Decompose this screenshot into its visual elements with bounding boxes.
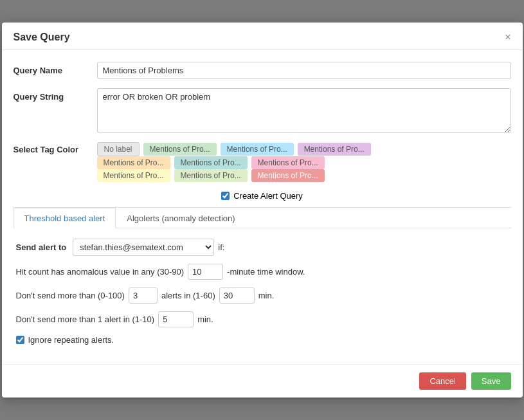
tab-algolerts[interactable]: Algolerts (anomaly detection) [116,208,246,228]
tag-chip-5[interactable]: Mentions of Pro... [174,156,248,169]
close-button[interactable]: × [505,32,510,42]
min-label: min. [258,291,275,300]
create-alert-label: Create Alert Query [233,191,303,201]
tag-color-row-3: Mentions of Pro... Mentions of Pro... Me… [97,169,371,182]
query-string-input[interactable]: error OR broken OR problem [97,88,511,133]
tag-chip-4[interactable]: Mentions of Pro... [97,156,170,169]
tag-chip-7[interactable]: Mentions of Pro... [97,169,170,182]
tab-threshold[interactable]: Threshold based alert [14,208,116,228]
save-query-modal: Save Query × Query Name Query String err… [2,23,523,397]
save-button[interactable]: Save [471,372,511,390]
modal-overlay: Save Query × Query Name Query String err… [0,0,524,420]
ignore-alerts-row: Ignore repeating alerts. [16,335,509,345]
modal-header: Save Query × [2,23,523,50]
tabs-nav: Threshold based alert Algolerts (anomaly… [14,208,511,228]
dont-send2-row: Don't send more than 1 alert in (1-10) m… [16,311,509,327]
tag-color-grid: No label Mentions of Pro... Mentions of … [97,142,371,182]
modal-body: Query Name Query String error OR broken … [2,50,523,364]
tag-chip-3[interactable]: Mentions of Pro... [298,143,371,156]
min2-label: min. [197,315,213,324]
modal-title: Save Query [14,32,70,43]
dont-send2-label: Don't send more than 1 alert in (1-10) [16,315,155,324]
dont-send-row: Don't send more than (0-100) alerts in (… [16,288,509,304]
query-name-label: Query Name [14,62,97,75]
alerts-input[interactable] [219,288,255,304]
alerts-label: alerts in (1-60) [161,291,215,300]
query-string-row: Query String error OR broken OR problem [14,88,511,133]
query-string-label: Query String [14,88,97,102]
hit-count-label: Hit count has anomalous value in any (30… [16,267,185,277]
tag-chip-no-label[interactable]: No label [97,142,140,156]
modal-footer: Cancel Save [2,364,523,397]
email-select[interactable]: stefan.thies@sematext.com [73,239,214,256]
if-label: if: [218,242,224,252]
create-alert-checkbox[interactable] [221,192,230,200]
cancel-button[interactable]: Cancel [419,372,465,390]
ignore-alerts-checkbox[interactable] [16,336,24,344]
tabs-section: Threshold based alert Algolerts (anomaly… [14,207,511,358]
dont-send2-input[interactable] [158,311,194,327]
tag-color-row-1: No label Mentions of Pro... Mentions of … [97,142,371,156]
query-name-input[interactable] [97,62,511,79]
send-alert-label: Send alert to [16,242,67,252]
hit-count-row: Hit count has anomalous value in any (30… [16,264,509,280]
tag-chip-8[interactable]: Mentions of Pro... [174,169,248,182]
tag-chip-6[interactable]: Mentions of Pro... [251,156,325,169]
time-window-suffix: -minute time window. [227,267,305,277]
tag-chip-9[interactable]: Mentions of Pro... [251,169,325,182]
threshold-tab-content: Send alert to stefan.thies@sematext.com … [14,228,511,358]
tag-color-label: Select Tag Color [14,142,97,154]
time-window-input[interactable] [188,264,223,280]
create-alert-row: Create Alert Query [14,191,511,201]
dont-send-label: Don't send more than (0-100) [16,291,125,300]
tag-color-section: Select Tag Color No label Mentions of Pr… [14,142,511,182]
dont-send-input[interactable] [129,288,158,304]
ignore-alerts-label: Ignore repeating alerts. [28,335,114,345]
send-alert-row: Send alert to stefan.thies@sematext.com … [16,239,509,256]
query-name-row: Query Name [14,62,511,79]
tag-chip-1[interactable]: Mentions of Pro... [143,143,217,156]
tag-chip-2[interactable]: Mentions of Pro... [221,143,294,156]
tag-color-row-2: Mentions of Pro... Mentions of Pro... Me… [97,156,371,169]
